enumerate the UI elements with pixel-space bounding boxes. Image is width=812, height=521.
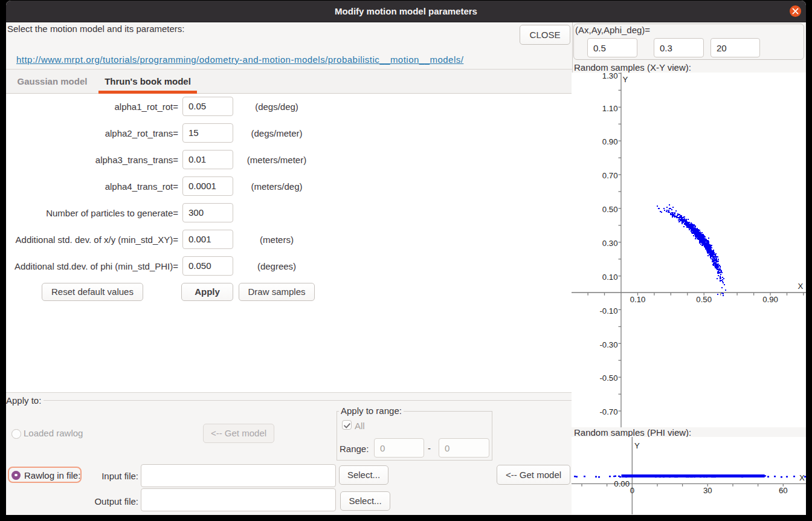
svg-text:Y: Y xyxy=(634,441,640,450)
svg-text:X: X xyxy=(799,473,805,482)
svg-text:0.10: 0.10 xyxy=(630,295,646,304)
svg-text:0.30: 0.30 xyxy=(602,239,618,248)
svg-text:30: 30 xyxy=(703,486,712,495)
svg-text:-0.10: -0.10 xyxy=(599,306,617,316)
svg-text:0.10: 0.10 xyxy=(602,273,618,282)
svg-text:-0.50: -0.50 xyxy=(599,374,617,383)
svg-text:1.10: 1.10 xyxy=(602,104,618,113)
svg-text:0.50: 0.50 xyxy=(696,295,712,304)
svg-text:1.30: 1.30 xyxy=(602,73,618,80)
svg-text:X: X xyxy=(798,282,804,291)
svg-text:0.90: 0.90 xyxy=(602,137,618,146)
svg-text:-0.30: -0.30 xyxy=(599,340,617,349)
svg-text:-0.70: -0.70 xyxy=(599,407,617,416)
svg-text:0.70: 0.70 xyxy=(602,171,618,180)
svg-text:60: 60 xyxy=(779,486,788,495)
svg-text:Y: Y xyxy=(622,75,628,84)
svg-text:0.90: 0.90 xyxy=(762,295,778,304)
svg-text:0: 0 xyxy=(630,486,634,495)
svg-text:0.00: 0.00 xyxy=(614,479,630,488)
svg-text:0.50: 0.50 xyxy=(602,205,618,214)
